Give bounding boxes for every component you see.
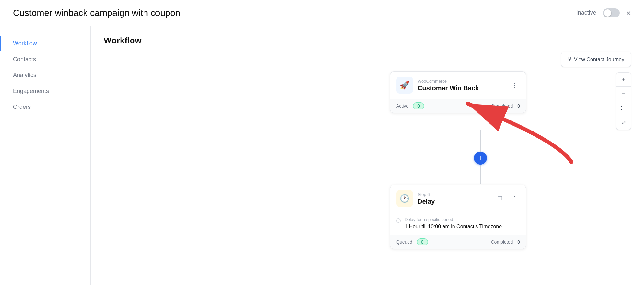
delay-body: Delay for a specific period 1 Hour till … — [390, 212, 526, 235]
right-panel: ⑂ View Contact Journey + − ⛶ ⤢ — [561, 52, 631, 130]
delay-dot — [396, 218, 401, 223]
header: Customer winback campaign with coupon In… — [0, 0, 644, 26]
workflow-canvas: Workflow 🚀 WooCommerce Customer Win Back… — [91, 26, 644, 285]
zoom-out-button[interactable]: − — [616, 87, 631, 101]
expand-button[interactable]: ⤢ — [616, 115, 631, 130]
sidebar: Workflow Contacts Analytics Engagements … — [0, 26, 91, 285]
expand-icon: ⤢ — [622, 120, 626, 126]
close-button[interactable]: × — [626, 9, 631, 17]
page-title: Customer winback campaign with coupon — [13, 8, 180, 18]
fork-icon: ⑂ — [568, 56, 571, 63]
trigger-category: WooCommerce — [418, 79, 505, 84]
zoom-controls: + − ⛶ ⤢ — [616, 72, 631, 130]
trigger-menu-button[interactable]: ⋮ — [510, 80, 520, 90]
connector-top — [480, 130, 481, 152]
delay-node-footer: Queued 0 Completed 0 — [390, 235, 526, 249]
zoom-in-button[interactable]: + — [616, 73, 631, 87]
delay-completed-count: 0 — [517, 239, 520, 245]
delay-node-header: 🕐 Step 6 Delay ☐ ⋮ — [390, 185, 526, 212]
trigger-node-header: 🚀 WooCommerce Customer Win Back ⋮ — [390, 72, 526, 99]
delay-name: Delay — [418, 198, 490, 205]
trigger-info: WooCommerce Customer Win Back — [418, 79, 505, 92]
sidebar-item-workflow[interactable]: Workflow — [0, 36, 90, 51]
delay-text: Delay for a specific period 1 Hour till … — [405, 217, 503, 230]
delay-completed-label: Completed — [491, 239, 513, 245]
connector-bottom — [480, 165, 481, 184]
trigger-active-label: Active — [396, 103, 408, 108]
trigger-name: Customer Win Back — [418, 85, 505, 92]
delay-comment-button[interactable]: ☐ — [495, 193, 505, 204]
add-step-button[interactable]: + — [474, 152, 487, 165]
delay-menu-button[interactable]: ⋮ — [510, 193, 520, 204]
sidebar-item-contacts[interactable]: Contacts — [0, 51, 90, 67]
delay-queued-label: Queued — [396, 239, 412, 245]
main-layout: Workflow Contacts Analytics Engagements … — [0, 26, 644, 285]
trigger-completed-count: 0 — [517, 103, 520, 108]
delay-node: 🕐 Step 6 Delay ☐ ⋮ Delay for a specific … — [390, 185, 526, 249]
sidebar-item-engagements[interactable]: Engagements — [0, 83, 90, 99]
status-label: Inactive — [576, 9, 596, 16]
workflow-title: Workflow — [104, 36, 142, 46]
trigger-active-count: 0 — [413, 102, 424, 109]
delay-icon: 🕐 — [396, 190, 413, 207]
trigger-completed-label: Completed — [491, 103, 513, 108]
trigger-node-footer: Active 0 Completed 0 — [390, 99, 526, 113]
delay-main-text: 1 Hour till 10:00 am in Contact's Timezo… — [405, 223, 503, 230]
sidebar-item-analytics[interactable]: Analytics — [0, 67, 90, 83]
fit-button[interactable]: ⛶ — [616, 101, 631, 115]
sidebar-item-orders[interactable]: Orders — [0, 99, 90, 115]
active-toggle[interactable] — [603, 8, 620, 17]
delay-queued-count: 0 — [417, 238, 428, 245]
trigger-icon: 🚀 — [396, 77, 413, 94]
fit-icon: ⛶ — [621, 105, 626, 111]
delay-subtext: Delay for a specific period — [405, 217, 503, 222]
delay-info: Step 6 Delay — [418, 192, 490, 205]
view-contact-journey-button[interactable]: ⑂ View Contact Journey — [561, 52, 631, 67]
delay-row: Delay for a specific period 1 Hour till … — [396, 217, 520, 230]
trigger-node: 🚀 WooCommerce Customer Win Back ⋮ Active… — [390, 71, 526, 113]
delay-step: Step 6 — [418, 192, 490, 197]
header-controls: Inactive × — [576, 8, 631, 17]
